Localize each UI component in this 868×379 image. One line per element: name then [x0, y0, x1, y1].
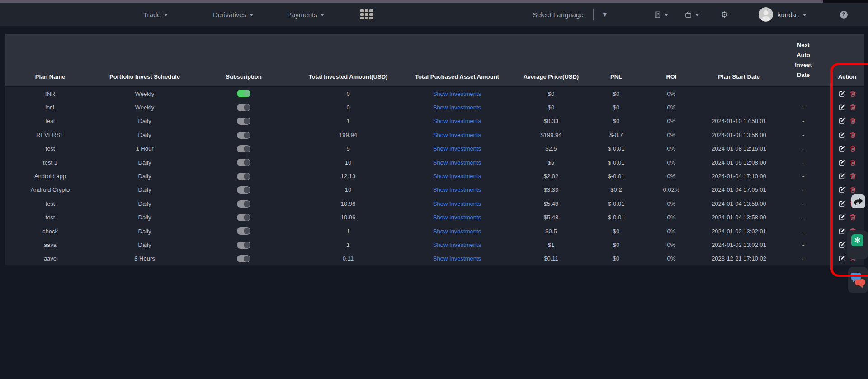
plan-name-cell: test [5, 214, 95, 221]
chat-extension-button[interactable] [848, 267, 868, 293]
language-dropdown-arrow[interactable]: ▼ [602, 3, 608, 26]
user-name: kunda.. [778, 11, 800, 19]
divider [593, 9, 594, 20]
user-menu[interactable]: kunda.. [778, 3, 807, 26]
show-investments-link[interactable]: Show Investments [433, 200, 481, 207]
delete-plan-button[interactable] [849, 145, 856, 152]
edit-plan-button[interactable] [839, 159, 845, 166]
nav-payments-label: Payments [287, 11, 317, 19]
edit-plan-button[interactable] [839, 186, 845, 193]
subscription-toggle[interactable] [237, 104, 250, 111]
nav-derivatives[interactable]: Derivatives [213, 3, 253, 26]
roi-cell: 0% [642, 228, 701, 235]
edit-plan-button[interactable] [839, 228, 845, 235]
show-investments-link[interactable]: Show Investments [433, 118, 481, 124]
subscription-toggle[interactable] [237, 173, 250, 180]
schedule-cell: Daily [95, 242, 194, 248]
delete-plan-button[interactable] [849, 90, 856, 97]
subscription-toggle[interactable] [237, 255, 250, 262]
average-price-cell: $0.33 [511, 118, 591, 124]
orders-menu[interactable] [654, 3, 668, 26]
subscription-cell [194, 213, 293, 221]
subscription-toggle[interactable] [237, 132, 250, 139]
edit-plan-button[interactable] [839, 118, 845, 124]
settings-button[interactable]: ⚙ [721, 3, 728, 26]
wallet-menu[interactable] [684, 3, 699, 26]
edit-icon [839, 90, 845, 97]
invested-amount-cell: 0.11 [293, 255, 403, 262]
chevron-down-icon [695, 14, 699, 16]
edit-plan-button[interactable] [839, 132, 845, 138]
toggle-knob [244, 146, 250, 152]
share-extension-button[interactable] [851, 194, 865, 208]
invested-amount-cell: 12.13 [293, 173, 403, 180]
toggle-knob [244, 256, 250, 262]
show-investments-link[interactable]: Show Investments [433, 104, 481, 111]
purchased-asset-cell: Show Investments [403, 104, 511, 111]
delete-plan-button[interactable] [849, 159, 856, 166]
subscription-toggle[interactable] [237, 214, 250, 221]
schedule-cell: Daily [95, 132, 194, 138]
help-button[interactable]: ? [840, 3, 848, 26]
assistant-extension-button[interactable]: ✻ [851, 234, 863, 246]
edit-icon [839, 159, 845, 166]
plan-name-cell: check [5, 228, 95, 235]
column-header: Next Auto Invest Date [777, 40, 830, 86]
purchased-asset-cell: Show Investments [403, 186, 511, 193]
edit-icon [839, 228, 845, 235]
edit-plan-button[interactable] [839, 104, 845, 111]
action-cell [830, 173, 864, 180]
trash-icon [849, 118, 856, 124]
user-avatar[interactable] [759, 7, 773, 22]
plan-start-date-cell: 2024-01-08 13:56:00 [701, 132, 777, 138]
show-investments-link[interactable]: Show Investments [433, 159, 481, 166]
delete-plan-button[interactable] [849, 186, 856, 193]
subscription-toggle[interactable] [237, 227, 250, 235]
roi-cell: 0% [642, 173, 701, 180]
edit-plan-button[interactable] [839, 242, 845, 248]
purchased-asset-cell: Show Investments [403, 118, 511, 124]
delete-plan-button[interactable] [849, 118, 856, 124]
trash-icon [849, 186, 856, 193]
edit-plan-button[interactable] [839, 173, 845, 180]
plan-name-cell: inr1 [5, 104, 95, 111]
subscription-toggle[interactable] [237, 118, 250, 125]
show-investments-link[interactable]: Show Investments [433, 132, 481, 138]
pnl-cell: $-0.01 [591, 173, 642, 180]
invested-amount-cell: 0 [293, 104, 403, 111]
show-investments-link[interactable]: Show Investments [433, 255, 481, 262]
subscription-toggle[interactable] [237, 145, 250, 152]
edit-plan-button[interactable] [839, 200, 845, 207]
schedule-cell: Daily [95, 228, 194, 235]
edit-plan-button[interactable] [839, 90, 845, 97]
grid-icon [360, 9, 373, 19]
show-investments-link[interactable]: Show Investments [433, 145, 481, 152]
pnl-cell: $0 [591, 118, 642, 124]
show-investments-link[interactable]: Show Investments [433, 242, 481, 248]
subscription-toggle[interactable] [237, 242, 250, 249]
subscription-toggle[interactable] [237, 186, 250, 194]
plan-name-cell: REVERSE [5, 132, 95, 138]
show-investments-link[interactable]: Show Investments [433, 186, 481, 193]
delete-plan-button[interactable] [849, 214, 856, 221]
plan-name-cell: Android Crypto [5, 186, 95, 193]
subscription-toggle[interactable] [237, 159, 250, 166]
delete-plan-button[interactable] [849, 104, 856, 111]
delete-plan-button[interactable] [849, 132, 856, 138]
show-investments-link[interactable]: Show Investments [433, 214, 481, 221]
show-investments-link[interactable]: Show Investments [433, 228, 481, 235]
language-selector[interactable]: Select Language [533, 3, 584, 26]
show-investments-link[interactable]: Show Investments [433, 90, 481, 97]
edit-plan-button[interactable] [839, 145, 845, 152]
nav-payments[interactable]: Payments [287, 3, 324, 26]
edit-plan-button[interactable] [839, 214, 845, 221]
edit-plan-button[interactable] [839, 255, 845, 262]
nav-trade[interactable]: Trade [143, 3, 168, 26]
apps-grid-button[interactable] [360, 3, 373, 26]
delete-plan-button[interactable] [849, 173, 856, 180]
show-investments-link[interactable]: Show Investments [433, 173, 481, 180]
subscription-toggle[interactable] [237, 90, 250, 97]
subscription-cell [194, 90, 293, 98]
schedule-cell: Daily [95, 214, 194, 221]
subscription-toggle[interactable] [237, 200, 250, 208]
